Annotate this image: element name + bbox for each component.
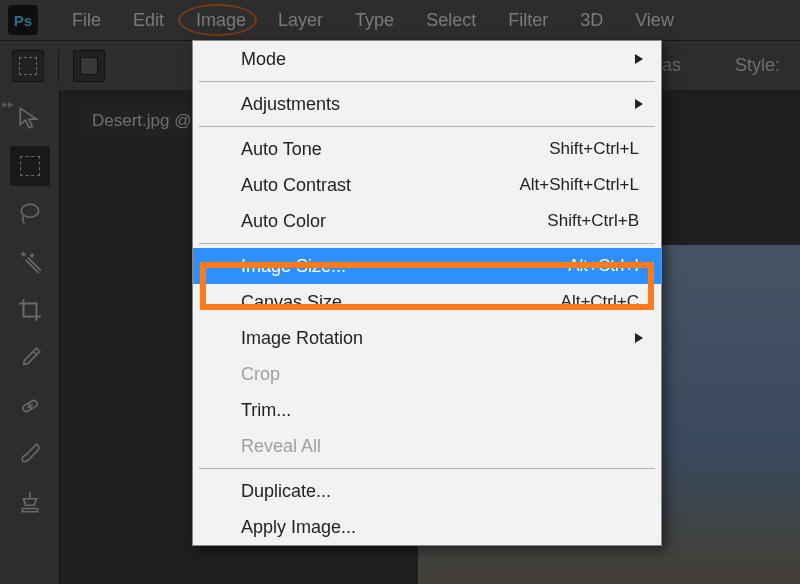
move-tool[interactable] [10, 98, 50, 138]
menu-edit[interactable]: Edit [117, 4, 180, 37]
clone-stamp-tool[interactable] [10, 482, 50, 522]
menu-item-mode[interactable]: Mode [193, 41, 661, 77]
menu-item-image-rotation[interactable]: Image Rotation [193, 320, 661, 356]
menu-item-apply-image[interactable]: Apply Image... [193, 509, 661, 545]
menu-select[interactable]: Select [410, 4, 492, 37]
brush-tool[interactable] [10, 434, 50, 474]
healing-brush-tool[interactable] [10, 386, 50, 426]
image-menu-dropdown: Mode Adjustments Auto ToneShift+Ctrl+L A… [192, 40, 662, 546]
optionsbar-as-label: as [662, 55, 681, 76]
tools-panel: ▸▸ [0, 90, 60, 584]
menu-image[interactable]: Image [180, 4, 262, 37]
menu-file[interactable]: File [56, 4, 117, 37]
selection-new-icon[interactable] [73, 50, 105, 82]
crop-tool[interactable] [10, 290, 50, 330]
menu-item-image-size[interactable]: Image Size...Alt+Ctrl+I [193, 248, 661, 284]
menu-layer[interactable]: Layer [262, 4, 339, 37]
menu-view[interactable]: View [619, 4, 690, 37]
menu-item-adjustments[interactable]: Adjustments [193, 86, 661, 122]
menu-item-auto-color[interactable]: Auto ColorShift+Ctrl+B [193, 203, 661, 239]
magic-wand-tool[interactable] [10, 242, 50, 282]
menu-item-crop: Crop [193, 356, 661, 392]
menu-item-duplicate[interactable]: Duplicate... [193, 473, 661, 509]
menu-item-canvas-size[interactable]: Canvas Size...Alt+Ctrl+C [193, 284, 661, 320]
eyedropper-tool[interactable] [10, 338, 50, 378]
svg-point-0 [21, 204, 38, 217]
menu-3d[interactable]: 3D [564, 4, 619, 37]
menu-bar: Ps File Edit Image Layer Type Select Fil… [0, 0, 800, 40]
lasso-tool[interactable] [10, 194, 50, 234]
style-label: Style: [735, 55, 780, 76]
menu-item-auto-tone[interactable]: Auto ToneShift+Ctrl+L [193, 131, 661, 167]
menu-item-reveal-all: Reveal All [193, 428, 661, 464]
menu-filter[interactable]: Filter [492, 4, 564, 37]
tool-preset-icon[interactable] [12, 50, 44, 82]
photoshop-logo: Ps [8, 5, 38, 35]
menu-item-trim[interactable]: Trim... [193, 392, 661, 428]
menu-type[interactable]: Type [339, 4, 410, 37]
menu-item-auto-contrast[interactable]: Auto ContrastAlt+Shift+Ctrl+L [193, 167, 661, 203]
document-tab[interactable]: Desert.jpg @ [80, 106, 203, 136]
marquee-tool[interactable] [10, 146, 50, 186]
